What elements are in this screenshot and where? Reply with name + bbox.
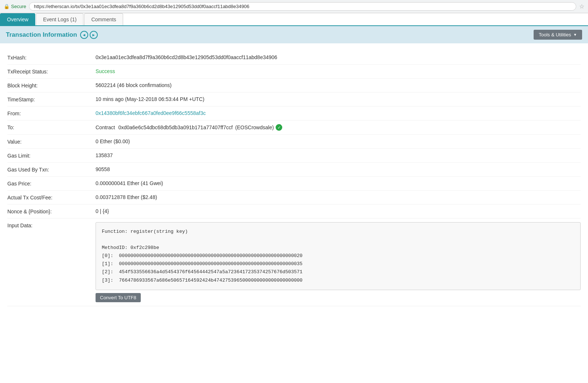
timestamp-row: TimeStamp: 10 mins ago (May-12-2018 06:5…: [7, 93, 581, 106]
main-content: TxHash: 0x3e1aa01ec3dfea8d7f9a360b6cd2d8…: [0, 43, 588, 314]
input-data-row: Input Data: Function: register(string ke…: [7, 218, 581, 306]
txhash-label: TxHash:: [7, 54, 96, 61]
gas-price-value: 0.000000041 Ether (41 Gwei): [96, 180, 581, 186]
gas-price-row: Gas Price: 0.000000041 Ether (41 Gwei): [7, 177, 581, 191]
next-arrow[interactable]: ►: [90, 31, 98, 39]
status-value: Success: [96, 68, 581, 74]
tab-overview[interactable]: Overview: [0, 13, 35, 25]
gas-used-value: 90558: [96, 166, 581, 172]
block-height-value: 5602214 (46 block confirmations): [96, 82, 581, 88]
chevron-down-icon: ▼: [573, 33, 577, 37]
tx-title-section: Transaction Information ◄ ►: [6, 31, 98, 39]
txhash-value: 0x3e1aa01ec3dfea8d7f9a360b6cd2d8b43e1290…: [96, 54, 581, 60]
secure-label: Secure: [11, 4, 26, 9]
actual-fee-value: 0.003712878 Ether ($2.48): [96, 194, 581, 200]
tab-bar: Overview Event Logs (1) Comments: [0, 13, 588, 26]
block-confirmations: (46 block confirmations): [117, 82, 172, 88]
lock-icon: 🔒: [4, 4, 10, 9]
gas-limit-value: 135837: [96, 152, 581, 158]
url-bar[interactable]: https://etherscan.io/tx/0x3e1aa01ec3dfea…: [29, 2, 576, 11]
block-height-label: Block Height:: [7, 82, 96, 88]
browser-bar: 🔒 Secure https://etherscan.io/tx/0x3e1aa…: [0, 0, 588, 13]
input-data-wrapper: Function: register(string key) MethodID:…: [96, 222, 581, 302]
from-address[interactable]: 0x14380bf6fc34ebfc667a0fed0ee9f66c5558af…: [96, 110, 581, 116]
gas-price-label: Gas Price:: [7, 180, 96, 187]
nav-arrows: ◄ ►: [80, 31, 98, 39]
from-label: From:: [7, 110, 96, 116]
nonce-label: Nonce & {Position}:: [7, 208, 96, 214]
contract-info: Contract 0xd0a6e6c54dbc68db5db3a091b171a…: [96, 124, 282, 131]
gas-used-label: Gas Used By Txn:: [7, 166, 96, 173]
bookmark-icon[interactable]: ☆: [579, 3, 584, 10]
gas-limit-row: Gas Limit: 135837: [7, 149, 581, 163]
tx-info-header: Transaction Information ◄ ► Tools & Util…: [0, 26, 588, 43]
contract-name: (EOSCrowdsale): [235, 124, 274, 130]
prev-arrow[interactable]: ◄: [80, 31, 88, 39]
status-row: TxReceipt Status: Success: [7, 65, 581, 79]
tools-utilities-button[interactable]: Tools & Utilities ▼: [534, 30, 582, 40]
value-row: Value: 0 Ether ($0.00): [7, 135, 581, 149]
secure-badge: 🔒 Secure: [4, 4, 26, 9]
transaction-information-title: Transaction Information: [6, 31, 77, 39]
tools-button-label: Tools & Utilities: [539, 32, 571, 37]
to-value: Contract 0xd0a6e6c54dbc68db5db3a091b171a…: [96, 124, 581, 131]
tab-comments[interactable]: Comments: [84, 13, 123, 25]
input-data-label: Input Data:: [7, 222, 96, 228]
txhash-row: TxHash: 0x3e1aa01ec3dfea8d7f9a360b6cd2d8…: [7, 51, 581, 65]
to-label: To:: [7, 124, 96, 130]
value-value: 0 Ether ($0.00): [96, 138, 581, 144]
block-number-link[interactable]: 5602214: [96, 82, 116, 88]
to-row: To: Contract 0xd0a6e6c54dbc68db5db3a091b…: [7, 120, 581, 135]
gas-used-row: Gas Used By Txn: 90558: [7, 163, 581, 177]
convert-to-utf8-button[interactable]: Convert To UTF8: [96, 293, 141, 302]
verified-checkmark-icon: ✓: [276, 124, 282, 131]
status-label: TxReceipt Status:: [7, 68, 96, 75]
timestamp-value: 10 mins ago (May-12-2018 06:53:44 PM +UT…: [96, 96, 581, 102]
actual-fee-row: Actual Tx Cost/Fee: 0.003712878 Ether ($…: [7, 191, 581, 205]
input-data-box: Function: register(string key) MethodID:…: [96, 222, 581, 290]
block-height-row: Block Height: 5602214 (46 block confirma…: [7, 79, 581, 93]
actual-fee-label: Actual Tx Cost/Fee:: [7, 194, 96, 200]
value-label: Value:: [7, 138, 96, 145]
from-row: From: 0x14380bf6fc34ebfc667a0fed0ee9f66c…: [7, 106, 581, 120]
nonce-value: 0 | {4}: [96, 208, 581, 214]
timestamp-label: TimeStamp:: [7, 96, 96, 102]
contract-prefix: Contract: [96, 124, 115, 130]
nonce-row: Nonce & {Position}: 0 | {4}: [7, 205, 581, 218]
gas-limit-label: Gas Limit:: [7, 152, 96, 159]
contract-address-link[interactable]: 0xd0a6e6c54dbc68db5db3a091b171a77407ff7c…: [118, 124, 233, 130]
tab-event-logs[interactable]: Event Logs (1): [36, 13, 83, 25]
